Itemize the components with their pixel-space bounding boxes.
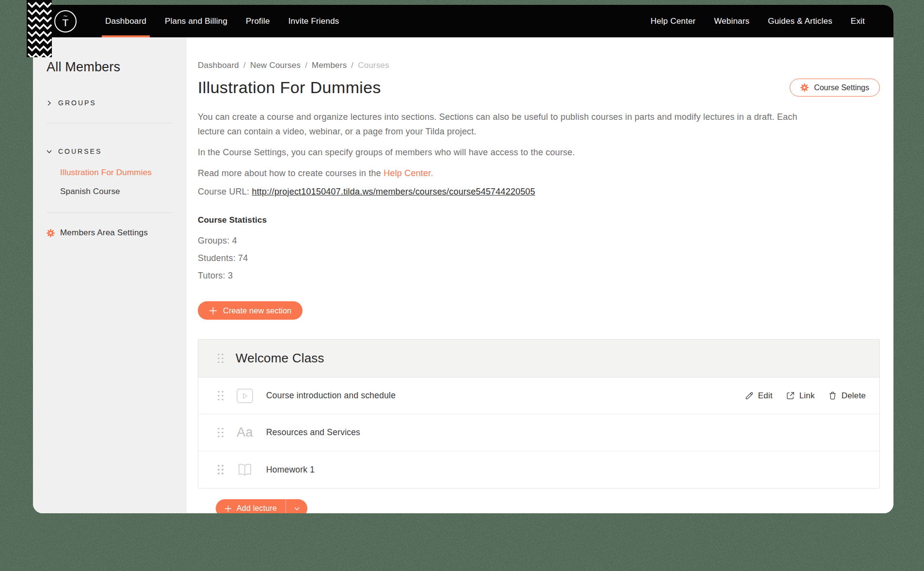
sidebar-divider <box>47 212 172 213</box>
trash-icon <box>828 391 837 400</box>
drag-handle-icon[interactable] <box>218 354 223 363</box>
nav-item-webinars[interactable]: Webinars <box>705 5 759 37</box>
app-window: ~ T Dashboard Plans and Billing Profile … <box>33 5 893 513</box>
lecture-row: Aa Resources and Services <box>198 414 879 451</box>
section-header: Welcome Class <box>198 340 879 377</box>
chevron-down-icon <box>47 149 52 154</box>
drag-handle-icon[interactable] <box>218 465 223 474</box>
stat-tutors-value: 3 <box>228 271 233 280</box>
nav-right: Help Center Webinars Guides & Articles E… <box>641 5 874 37</box>
sidebar-course-illustration-for-dummies[interactable]: Illustration For Dummies <box>60 168 172 178</box>
course-settings-label: Course Settings <box>814 83 869 92</box>
plus-icon <box>224 505 232 512</box>
nav-item-profile[interactable]: Profile <box>237 5 279 37</box>
breadcrumb: Dashboard / New Courses / Members / Cour… <box>198 61 880 70</box>
nav-item-help-center[interactable]: Help Center <box>641 5 705 37</box>
tilda-logo[interactable]: ~ T <box>54 10 77 33</box>
lecture-title: Homework 1 <box>266 465 315 475</box>
plus-icon <box>209 307 217 315</box>
create-section-label: Create new section <box>223 306 291 315</box>
course-url-label: Course URL: <box>198 187 249 196</box>
top-navigation-bar: ~ T Dashboard Plans and Billing Profile … <box>33 5 893 37</box>
main-content: Dashboard / New Courses / Members / Cour… <box>187 37 893 513</box>
sidebar-title-all-members[interactable]: All Members <box>47 60 172 75</box>
stat-students-label: Students: <box>198 253 236 263</box>
chevron-right-icon <box>47 100 52 106</box>
course-url-link[interactable]: http://project10150407.tilda.ws/members/… <box>252 187 535 196</box>
sidebar: All Members GROUPS COURSES Illustration … <box>33 37 187 513</box>
edit-button[interactable]: Edit <box>745 391 773 401</box>
stat-groups: Groups: 4 <box>198 236 880 246</box>
text-lecture-icon: Aa <box>236 426 254 439</box>
lecture-title: Course introduction and schedule <box>266 391 396 401</box>
create-new-section-button[interactable]: Create new section <box>198 301 303 320</box>
stat-groups-label: Groups: <box>198 236 229 245</box>
nav-item-invite-friends[interactable]: Invite Friends <box>279 5 349 37</box>
edit-label: Edit <box>758 391 773 401</box>
zigzag-pattern <box>27 0 52 57</box>
pencil-icon <box>745 391 754 400</box>
breadcrumb-separator: / <box>305 61 307 70</box>
chevron-down-icon <box>294 506 300 511</box>
logo-letter: T <box>62 18 68 28</box>
breadcrumb-separator: / <box>243 61 246 70</box>
nav-item-plans-and-billing[interactable]: Plans and Billing <box>156 5 237 37</box>
sidebar-item-members-area-settings[interactable]: Members Area Settings <box>47 228 172 238</box>
breadcrumb-courses-current: Courses <box>358 61 389 70</box>
breadcrumb-new-courses[interactable]: New Courses <box>250 61 301 70</box>
help-center-link[interactable]: Help Center. <box>383 168 433 178</box>
sidebar-divider <box>47 123 172 123</box>
course-settings-button[interactable]: Course Settings <box>790 79 880 97</box>
lecture-row: Homework 1 <box>198 451 879 488</box>
stat-groups-value: 4 <box>232 236 237 245</box>
nav-left: Dashboard Plans and Billing Profile Invi… <box>96 5 349 37</box>
drag-handle-icon[interactable] <box>218 391 223 401</box>
add-lecture-dropdown-button[interactable] <box>286 499 307 513</box>
course-statistics-heading: Course Statistics <box>198 215 880 225</box>
stat-tutors: Tutors: 3 <box>198 271 880 281</box>
sidebar-course-spanish-course[interactable]: Spanish Course <box>60 187 172 196</box>
course-section-card: Welcome Class Course introduction and sc… <box>198 339 880 489</box>
section-title: Welcome Class <box>236 351 324 366</box>
sidebar-courses-label: COURSES <box>58 147 102 155</box>
breadcrumb-dashboard[interactable]: Dashboard <box>198 61 239 70</box>
settings-note: In the Course Settings, you can specify … <box>198 145 813 160</box>
nav-item-dashboard[interactable]: Dashboard <box>96 5 156 37</box>
nav-item-exit[interactable]: Exit <box>842 5 874 37</box>
stat-students-value: 74 <box>238 253 248 263</box>
gear-icon <box>47 229 55 237</box>
lecture-actions: Edit Link <box>745 391 866 401</box>
sidebar-settings-label: Members Area Settings <box>60 228 148 238</box>
link-label: Link <box>799 391 815 401</box>
course-url-line: Course URL: http://project10150407.tilda… <box>198 187 880 197</box>
read-more-line: Read more about how to create courses in… <box>198 166 813 180</box>
breadcrumb-separator: / <box>351 61 353 70</box>
add-lecture-button[interactable]: Add lecture <box>216 499 286 513</box>
external-link-icon <box>786 391 795 400</box>
sidebar-item-groups[interactable]: GROUPS <box>47 99 172 107</box>
delete-label: Delete <box>842 391 866 401</box>
sidebar-item-courses[interactable]: COURSES <box>47 147 172 155</box>
breadcrumb-members[interactable]: Members <box>312 61 347 70</box>
sidebar-groups-label: GROUPS <box>58 99 96 107</box>
intro-paragraph: You can create a course and organize lec… <box>198 110 813 139</box>
book-lecture-icon <box>236 463 254 476</box>
stat-students: Students: 74 <box>198 253 880 263</box>
add-lecture-split-button: Add lecture <box>216 499 307 513</box>
stat-tutors-label: Tutors: <box>198 271 225 280</box>
lecture-row: Course introduction and schedule Edit <box>198 377 879 414</box>
page-title: Illustration For Dummies <box>198 78 381 97</box>
link-button[interactable]: Link <box>786 391 815 401</box>
drag-handle-icon[interactable] <box>218 428 223 438</box>
gear-icon <box>800 83 809 92</box>
add-lecture-label: Add lecture <box>237 504 277 513</box>
lecture-title: Resources and Services <box>266 427 360 438</box>
delete-button[interactable]: Delete <box>828 391 866 401</box>
read-more-text: Read more about how to create courses in… <box>198 168 381 178</box>
video-lecture-icon <box>236 389 254 403</box>
nav-item-guides-articles[interactable]: Guides & Articles <box>759 5 842 37</box>
